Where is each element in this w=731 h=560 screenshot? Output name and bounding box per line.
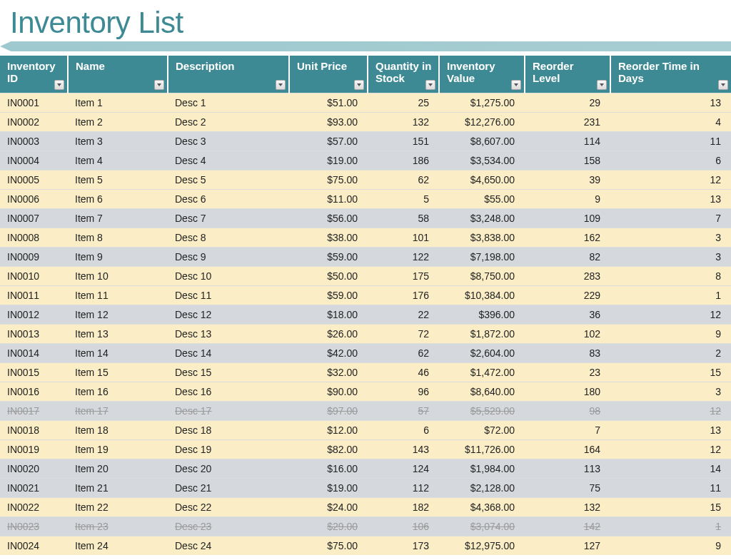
cell-description[interactable]: Desc 1 xyxy=(168,93,289,112)
cell-reorder-level[interactable]: 7 xyxy=(525,420,610,439)
cell-inventory-id[interactable]: IN0013 xyxy=(0,324,68,343)
cell-reorder-time[interactable]: 3 xyxy=(610,228,731,247)
cell-unit-price[interactable]: $42.00 xyxy=(289,343,368,362)
cell-inventory-id[interactable]: IN0009 xyxy=(0,247,68,266)
cell-inventory-id[interactable]: IN0012 xyxy=(0,305,68,324)
cell-reorder-level[interactable]: 36 xyxy=(525,305,610,324)
cell-unit-price[interactable]: $11.00 xyxy=(289,189,368,208)
cell-reorder-level[interactable]: 39 xyxy=(525,170,610,189)
cell-reorder-level[interactable]: 98 xyxy=(525,401,610,420)
cell-unit-price[interactable]: $18.00 xyxy=(289,305,368,324)
cell-unit-price[interactable]: $32.00 xyxy=(289,362,368,382)
cell-reorder-level[interactable]: 231 xyxy=(525,112,610,131)
cell-inventory-value[interactable]: $1,872.00 xyxy=(439,324,525,343)
cell-inventory-id[interactable]: IN0008 xyxy=(0,228,68,247)
cell-unit-price[interactable]: $59.00 xyxy=(289,285,368,305)
cell-quantity[interactable]: 6 xyxy=(368,420,439,439)
cell-reorder-time[interactable]: 8 xyxy=(610,266,731,285)
table-row[interactable]: IN0001Item 1Desc 1$51.0025$1,275.002913 xyxy=(0,93,731,112)
cell-inventory-value[interactable]: $7,198.00 xyxy=(439,247,525,266)
cell-inventory-value[interactable]: $4,368.00 xyxy=(439,497,525,516)
filter-dropdown-icon[interactable] xyxy=(276,80,286,90)
table-row[interactable]: IN0011Item 11Desc 11$59.00176$10,384.002… xyxy=(0,285,731,305)
cell-description[interactable]: Desc 9 xyxy=(168,247,289,266)
cell-unit-price[interactable]: $29.00 xyxy=(289,516,368,536)
cell-inventory-value[interactable]: $3,838.00 xyxy=(439,228,525,247)
cell-quantity[interactable]: 72 xyxy=(368,324,439,343)
cell-reorder-time[interactable]: 13 xyxy=(610,189,731,208)
cell-inventory-id[interactable]: IN0003 xyxy=(0,131,68,151)
cell-name[interactable]: Item 17 xyxy=(68,401,168,420)
cell-name[interactable]: Item 21 xyxy=(68,478,168,497)
cell-reorder-time[interactable]: 13 xyxy=(610,420,731,439)
cell-unit-price[interactable]: $26.00 xyxy=(289,324,368,343)
cell-reorder-level[interactable]: 114 xyxy=(525,131,610,151)
table-row[interactable]: IN0010Item 10Desc 10$50.00175$8,750.0028… xyxy=(0,266,731,285)
cell-name[interactable]: Item 8 xyxy=(68,228,168,247)
cell-inventory-value[interactable]: $12,276.00 xyxy=(439,112,525,131)
cell-name[interactable]: Item 4 xyxy=(68,151,168,170)
cell-reorder-time[interactable]: 1 xyxy=(610,516,731,536)
cell-inventory-value[interactable]: $4,650.00 xyxy=(439,170,525,189)
cell-reorder-level[interactable]: 164 xyxy=(525,439,610,459)
table-row[interactable]: IN0017Item 17Desc 17$97.0057$5,529.00981… xyxy=(0,401,731,420)
cell-reorder-time[interactable]: 1 xyxy=(610,285,731,305)
cell-unit-price[interactable]: $57.00 xyxy=(289,131,368,151)
cell-unit-price[interactable]: $97.00 xyxy=(289,401,368,420)
cell-quantity[interactable]: 101 xyxy=(368,228,439,247)
cell-inventory-id[interactable]: IN0014 xyxy=(0,343,68,362)
cell-reorder-time[interactable]: 12 xyxy=(610,439,731,459)
cell-inventory-value[interactable]: $8,640.00 xyxy=(439,382,525,401)
cell-quantity[interactable]: 132 xyxy=(368,112,439,131)
cell-reorder-time[interactable]: 9 xyxy=(610,324,731,343)
cell-inventory-value[interactable]: $55.00 xyxy=(439,189,525,208)
cell-unit-price[interactable]: $56.00 xyxy=(289,208,368,228)
cell-description[interactable]: Desc 11 xyxy=(168,285,289,305)
cell-reorder-level[interactable]: 82 xyxy=(525,247,610,266)
cell-quantity[interactable]: 62 xyxy=(368,343,439,362)
cell-description[interactable]: Desc 20 xyxy=(168,459,289,478)
cell-reorder-level[interactable]: 113 xyxy=(525,459,610,478)
table-row[interactable]: IN0021Item 21Desc 21$19.00112$2,128.0075… xyxy=(0,478,731,497)
cell-name[interactable]: Item 16 xyxy=(68,382,168,401)
cell-name[interactable]: Item 15 xyxy=(68,362,168,382)
cell-name[interactable]: Item 7 xyxy=(68,208,168,228)
filter-dropdown-icon[interactable] xyxy=(425,80,435,90)
col-header-description[interactable]: Description xyxy=(168,56,289,93)
cell-reorder-level[interactable]: 229 xyxy=(525,285,610,305)
table-row[interactable]: IN0003Item 3Desc 3$57.00151$8,607.001141… xyxy=(0,131,731,151)
cell-unit-price[interactable]: $59.00 xyxy=(289,247,368,266)
cell-quantity[interactable]: 175 xyxy=(368,266,439,285)
cell-description[interactable]: Desc 21 xyxy=(168,478,289,497)
cell-name[interactable]: Item 5 xyxy=(68,170,168,189)
table-row[interactable]: IN0022Item 22Desc 22$24.00182$4,368.0013… xyxy=(0,497,731,516)
cell-inventory-value[interactable]: $8,607.00 xyxy=(439,131,525,151)
filter-dropdown-icon[interactable] xyxy=(154,80,164,90)
cell-inventory-id[interactable]: IN0018 xyxy=(0,420,68,439)
cell-reorder-time[interactable]: 15 xyxy=(610,497,731,516)
cell-unit-price[interactable]: $50.00 xyxy=(289,266,368,285)
cell-reorder-time[interactable]: 12 xyxy=(610,170,731,189)
table-row[interactable]: IN0009Item 9Desc 9$59.00122$7,198.00823 xyxy=(0,247,731,266)
cell-unit-price[interactable]: $16.00 xyxy=(289,459,368,478)
cell-description[interactable]: Desc 3 xyxy=(168,131,289,151)
cell-unit-price[interactable]: $75.00 xyxy=(289,536,368,555)
cell-unit-price[interactable]: $75.00 xyxy=(289,170,368,189)
cell-reorder-time[interactable]: 12 xyxy=(610,401,731,420)
col-header-quantity[interactable]: Quantity in Stock xyxy=(368,56,439,93)
cell-quantity[interactable]: 173 xyxy=(368,536,439,555)
cell-reorder-time[interactable]: 11 xyxy=(610,478,731,497)
cell-inventory-value[interactable]: $396.00 xyxy=(439,305,525,324)
cell-unit-price[interactable]: $24.00 xyxy=(289,497,368,516)
cell-inventory-value[interactable]: $1,275.00 xyxy=(439,93,525,112)
cell-inventory-value[interactable]: $10,384.00 xyxy=(439,285,525,305)
cell-description[interactable]: Desc 6 xyxy=(168,189,289,208)
cell-reorder-level[interactable]: 102 xyxy=(525,324,610,343)
table-row[interactable]: IN0004Item 4Desc 4$19.00186$3,534.001586 xyxy=(0,151,731,170)
cell-unit-price[interactable]: $12.00 xyxy=(289,420,368,439)
cell-name[interactable]: Item 12 xyxy=(68,305,168,324)
cell-description[interactable]: Desc 7 xyxy=(168,208,289,228)
cell-inventory-id[interactable]: IN0004 xyxy=(0,151,68,170)
cell-reorder-level[interactable]: 127 xyxy=(525,536,610,555)
cell-name[interactable]: Item 10 xyxy=(68,266,168,285)
